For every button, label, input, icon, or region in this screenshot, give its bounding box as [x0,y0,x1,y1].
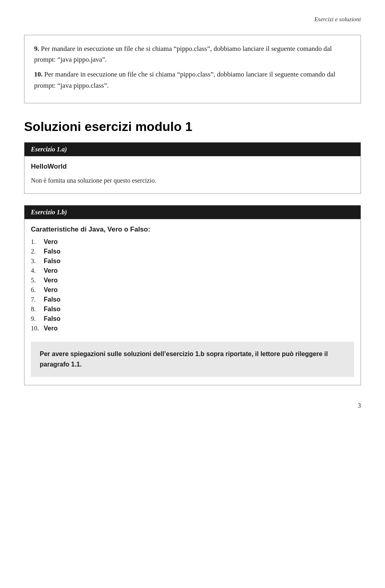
exercise-10-number: 10. [34,70,43,78]
solution-1b-content: Caratteristiche di Java, Vero o Falso: 1… [24,219,361,385]
answer-item-5: 5.Vero [31,277,354,284]
exercise-9-text: Per mandare in esecuzione un file che si… [34,45,332,63]
answer-num: 8. [31,306,41,313]
answer-val: Vero [44,286,58,294]
page-container: Esercizi e soluzioni 9. Per mandare in e… [0,0,385,421]
solution-1b-subtitle: Caratteristiche di Java, Vero o Falso: [31,226,354,234]
solution-1a-header: Esercizio 1.a) [24,143,361,156]
solution-1a-text: Non è fornita una soluzione per questo e… [31,175,354,186]
solution-1a-subtitle: HelloWorld [31,163,354,171]
exercise-10: 10. Per mandare in esecuzione un file ch… [34,69,351,91]
answer-num: 7. [31,296,41,303]
solution-1a-content: HelloWorld Non è fornita una soluzione p… [24,156,361,194]
answer-item-4: 4.Vero [31,267,354,274]
answer-val: Falso [44,258,61,265]
answer-val: Falso [44,306,61,313]
exercises-block: 9. Per mandare in esecuzione un file che… [24,35,361,103]
answer-list: 1.Vero2.Falso3.Falso4.Vero5.Vero6.Vero7.… [31,238,354,332]
solution-1b-box: Esercizio 1.b) Caratteristiche di Java, … [24,205,361,385]
exercise-9: 9. Per mandare in esecuzione un file che… [34,43,351,65]
page-header: Esercizi e soluzioni [24,16,361,23]
answer-item-10: 10.Vero [31,325,354,332]
answer-val: Vero [44,277,58,284]
answer-num: 3. [31,258,41,265]
answer-item-9: 9.Falso [31,315,354,322]
answer-item-7: 7.Falso [31,296,354,303]
section-title: Soluzioni esercizi modulo 1 [24,119,361,134]
answer-val: Falso [44,248,61,255]
answer-num: 9. [31,315,41,322]
answer-val: Vero [44,325,58,332]
header-title: Esercizi e soluzioni [314,16,361,22]
answer-val: Falso [44,296,61,303]
answer-num: 1. [31,238,41,246]
exercise-10-text: Per mandare in esecuzione un file che si… [34,70,335,89]
exercise-9-number: 9. [34,45,39,52]
answer-num: 4. [31,267,41,274]
answer-num: 2. [31,248,41,255]
answer-num: 5. [31,277,41,284]
solution-1a-box: Esercizio 1.a) HelloWorld Non è fornita … [24,142,361,194]
answer-num: 6. [31,286,41,294]
answer-val: Vero [44,238,58,246]
answer-item-1: 1.Vero [31,238,354,246]
answer-val: Falso [44,315,61,322]
solution-1b-header: Esercizio 1.b) [24,205,361,219]
answer-item-8: 8.Falso [31,306,354,313]
answer-val: Vero [44,267,58,274]
answer-item-6: 6.Vero [31,286,354,294]
page-number: 3 [358,402,361,409]
answer-num: 10. [31,325,41,332]
answer-item-2: 2.Falso [31,248,354,255]
answer-item-3: 3.Falso [31,258,354,265]
note-box: Per avere spiegazioni sulle soluzioni de… [31,342,354,377]
